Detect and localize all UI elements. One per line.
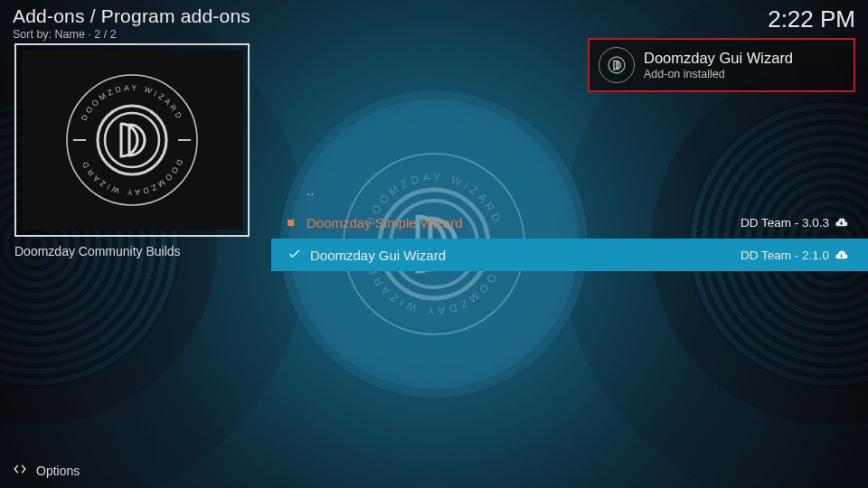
svg-text:DOOMZDAY WIZARD: DOOMZDAY WIZARD [80, 83, 185, 122]
toast-subtitle: Add-on installed [644, 68, 793, 80]
addon-thumbnail: DOOMZDAY WIZARD DOOMZDAY WIZARD [22, 51, 242, 230]
check-icon [288, 247, 301, 263]
cloud-download-icon [835, 249, 848, 262]
list-item-selected[interactable]: Doomzday Gui Wizard DD Team - 2.1.0 [271, 239, 868, 271]
breadcrumb: Add-ons / Program add-ons [13, 5, 250, 27]
list-item-label: Doomzday Simple Wizard [307, 215, 741, 230]
toast-notification: Doomzday Gui Wizard Add-on installed [588, 38, 855, 92]
options-label[interactable]: Options [36, 464, 80, 478]
svg-point-7 [105, 113, 159, 167]
list-item[interactable]: Doomzday Simple Wizard DD Team - 3.0.3 [271, 206, 868, 239]
list-item-label: .. [307, 183, 848, 198]
addon-thumbnail-frame: DOOMZDAY WIZARD DOOMZDAY WIZARD [14, 43, 250, 237]
svg-point-6 [98, 106, 166, 174]
clock: 2:22 PM [768, 5, 855, 33]
toast-title: Doomzday Gui Wizard [644, 50, 793, 67]
list-item-meta: DD Team - 2.1.0 [741, 249, 829, 262]
toast-icon [599, 47, 635, 83]
cloud-download-icon [835, 216, 848, 230]
list-item-label: Doomzday Gui Wizard [310, 248, 741, 263]
svg-text:DOOMZDAY WIZARD: DOOMZDAY WIZARD [80, 158, 185, 197]
addon-thumbnail-caption: Doomzday Community Builds [14, 244, 250, 258]
options-icon[interactable] [13, 462, 27, 479]
bullet-icon [288, 220, 294, 226]
addon-list: .. Doomzday Simple Wizard DD Team - 3.0.… [271, 174, 868, 271]
svg-point-5 [67, 75, 197, 205]
list-item-parent[interactable]: .. [271, 174, 868, 206]
list-item-meta: DD Team - 3.0.3 [741, 216, 829, 230]
sort-indicator: Sort by: Name · 2 / 2 [13, 28, 250, 41]
